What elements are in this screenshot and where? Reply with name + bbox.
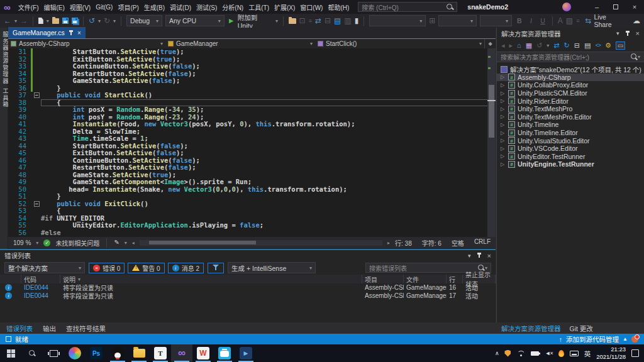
error-code-link[interactable]: IDE0044 <box>21 292 60 299</box>
taskbar-app-qq[interactable] <box>107 344 128 362</box>
security-shield-icon[interactable] <box>504 350 511 357</box>
project-node[interactable]: ▷Unity.VSCode.Editor <box>497 145 644 153</box>
column-code[interactable]: 代码 <box>21 275 60 283</box>
refresh-icon[interactable]: ↻ <box>564 41 570 50</box>
bookmark-icon[interactable]: ▮ <box>355 17 359 25</box>
properties-icon[interactable]: ▤ <box>584 41 591 50</box>
battery-icon[interactable] <box>531 351 539 356</box>
chevron-right-icon[interactable]: ▷ <box>501 114 506 119</box>
breadcrumb-segment[interactable]: GameManager▾ <box>165 39 315 48</box>
task-view-button[interactable] <box>43 344 64 362</box>
menu-item[interactable]: 工具(T) <box>246 3 272 12</box>
project-node[interactable]: ▷Unity.Timeline <box>497 121 644 129</box>
menu-item[interactable]: 文件(F) <box>16 3 42 12</box>
filter-button[interactable] <box>208 263 224 273</box>
scope-combo[interactable]: 整个解决方案 ▾ <box>4 262 85 273</box>
save-all-icon[interactable] <box>72 18 78 24</box>
redo-dropdown[interactable]: ▾ <box>113 18 116 24</box>
navigate-back-icon[interactable]: ← <box>4 17 11 25</box>
project-node[interactable]: ▷Unity.TextMeshPro <box>497 105 644 113</box>
home-icon[interactable]: ⌂ <box>517 41 521 49</box>
taskbar-app-typora[interactable]: T <box>150 344 171 362</box>
chevron-right-icon[interactable]: ▷ <box>501 74 506 80</box>
pending-changes-filter-icon[interactable]: ↺ <box>536 41 542 50</box>
menu-item[interactable]: Git(G) <box>93 4 115 11</box>
background-tasks-icon[interactable] <box>6 336 11 342</box>
code-editor[interactable]: 31 StartButton.SetActive(true);32 ExitBu… <box>8 48 496 237</box>
menu-item[interactable]: 视图(V) <box>67 3 93 12</box>
immediate-window-icon[interactable]: ▥ <box>344 17 351 25</box>
text-color-icon[interactable]: A <box>558 17 563 25</box>
chevron-right-icon[interactable]: ▷ <box>501 146 506 151</box>
menu-item[interactable]: 分析(N) <box>219 3 246 12</box>
taskbar-app-wps[interactable]: W <box>192 344 214 362</box>
volume-muted-icon[interactable]: ◄× <box>545 350 552 356</box>
close-panel-icon[interactable]: × <box>487 252 491 260</box>
project-node[interactable]: ▷Unity.Rider.Editor <box>497 97 644 105</box>
edit-marker-icon[interactable]: ✎ <box>114 239 119 246</box>
project-node[interactable]: ▷Unity.VisualStudio.Editor <box>497 136 644 145</box>
pin-tab-icon[interactable] <box>69 30 74 36</box>
filter-info-button[interactable]: i消息 2 <box>168 263 204 273</box>
text-style-combo[interactable]: ▾ <box>369 15 426 26</box>
undo-icon[interactable]: ↺ <box>89 17 95 25</box>
panel-tab-Git 更改[interactable]: Git 更改 <box>570 324 593 333</box>
taskbar-app-browser[interactable] <box>64 344 86 362</box>
menu-item[interactable]: 调试(D) <box>167 3 194 12</box>
menu-item[interactable]: 帮助(H) <box>325 3 352 12</box>
close-tab-icon[interactable]: × <box>77 30 81 36</box>
menu-item[interactable]: 生成(B) <box>142 3 167 12</box>
find-in-files-icon[interactable] <box>289 18 296 24</box>
horizontal-scrollbar[interactable] <box>140 240 382 246</box>
add-to-source-control-button[interactable]: 添加到源代码管理 <box>566 334 619 344</box>
font-increase-icon[interactable]: ⊞ <box>429 17 435 25</box>
scroll-left-icon[interactable]: ◂ <box>132 240 135 246</box>
diagnostics-icon[interactable]: ▤ <box>334 17 341 25</box>
antivirus-flame-icon[interactable] <box>558 350 564 357</box>
solution-root-node[interactable]: 解决方案"snakeDemo2"(12 个项目, 共 12 个) <box>497 65 644 74</box>
column-description[interactable]: 说明▾ <box>60 275 362 283</box>
filter-error-button[interactable]: ×错误 0 <box>89 263 125 273</box>
font-size-combo[interactable]: ▾ <box>480 15 512 26</box>
panel-tab-解决方案资源管理器[interactable]: 解决方案资源管理器 <box>501 324 561 333</box>
font-family-combo[interactable]: ▾ <box>438 15 477 26</box>
zoom-level[interactable]: 109 % <box>13 239 31 246</box>
error-code-link[interactable]: IDE0044 <box>21 284 60 291</box>
step-over-icon[interactable]: ⊟ <box>325 17 331 25</box>
code-line[interactable]: 35 GameState.SetActive(false); <box>8 77 496 85</box>
chevron-right-icon[interactable]: ▷ <box>501 162 506 167</box>
forward-icon[interactable]: ▸ <box>509 41 513 50</box>
column-severity[interactable] <box>0 275 21 283</box>
menu-item[interactable]: 窗口(W) <box>297 3 325 12</box>
new-file-icon[interactable] <box>38 18 43 24</box>
maximize-button[interactable] <box>606 0 625 14</box>
zoom-dropdown-icon[interactable]: ▾ <box>36 240 38 246</box>
solution-search-box[interactable]: 搜索解决方案资源管理器(Ctrl+;) ▾ <box>497 52 644 62</box>
user-avatar[interactable] <box>562 3 571 11</box>
project-node[interactable]: ▷Assembly-CSharp <box>497 74 644 82</box>
project-node[interactable]: ▷Unity.PlasticSCM.Editor <box>497 89 644 97</box>
whitespace-mode[interactable]: 空格 <box>452 238 464 248</box>
taskbar-app-file-explorer[interactable] <box>128 344 150 362</box>
error-row[interactable]: iIDE0044将字段设置为只读Assembly-CSh...GameManag… <box>0 292 496 300</box>
solution-platform-combo[interactable]: Any CPU▾ <box>165 15 225 26</box>
chevron-right-icon[interactable]: ▷ <box>501 98 506 104</box>
code-line[interactable]: 37− public void StartClick() <box>8 92 496 99</box>
line-ending[interactable]: CRLF <box>474 238 491 248</box>
source-combo[interactable]: 生成 + IntelliSense ▾ <box>228 262 316 273</box>
bold-button[interactable]: B <box>515 17 524 25</box>
sync-with-active-document-icon[interactable]: ⇄ <box>553 41 559 50</box>
ime-indicator[interactable]: 英 <box>584 349 591 358</box>
code-line[interactable]: 50 head= Instantiate(Snake, new Vector3(… <box>8 186 496 194</box>
align-icon[interactable]: ≡ <box>576 18 579 24</box>
taskbar-app-photoshop[interactable]: Ps <box>86 344 107 362</box>
save-icon[interactable] <box>62 18 69 24</box>
view-code-icon[interactable]: <> <box>595 42 601 48</box>
navigate-forward-icon[interactable]: → <box>20 17 28 25</box>
close-panel-icon[interactable]: × <box>636 30 640 37</box>
collapse-all-icon[interactable]: ⊟ <box>574 41 580 50</box>
panel-tab-输出[interactable]: 输出 <box>43 324 56 333</box>
solution-configuration-combo[interactable]: Debug▾ <box>126 15 162 26</box>
chevron-right-icon[interactable]: ▷ <box>501 106 506 112</box>
menu-item[interactable]: 编辑(E) <box>41 3 67 12</box>
